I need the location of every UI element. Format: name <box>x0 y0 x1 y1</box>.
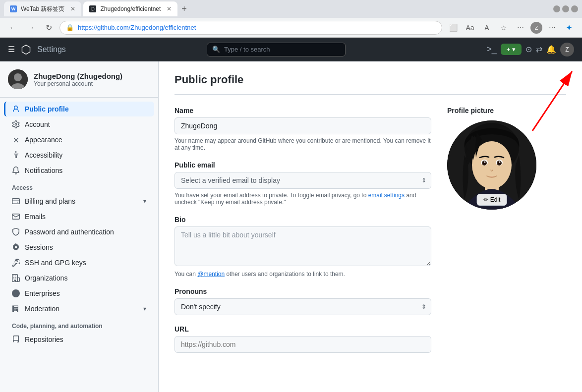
pull-requests-button[interactable]: ⇄ <box>536 45 542 54</box>
sidebar-item-label-accessibility: Accessibility <box>25 151 62 159</box>
pronouns-select[interactable]: Don't specify they/them she/her he/him C… <box>175 298 431 315</box>
tab-1-close[interactable]: ✕ <box>70 5 75 12</box>
browser-tab-2[interactable]: ⬡ Zhugedong/efficientnet ✕ <box>83 1 177 16</box>
moderation-expand-icon: ▾ <box>143 305 146 312</box>
search-placeholder: Type / to search <box>224 46 270 53</box>
github-tab-icon: ⬡ <box>89 5 96 12</box>
email-select-wrapper: Select a verified email to display ⇕ <box>175 172 431 189</box>
main-layout: ZhugeDong (Zhugedong) Your personal acco… <box>0 61 582 392</box>
name-label: Name <box>175 107 431 114</box>
sidebar-item-emails[interactable]: Emails <box>4 209 154 224</box>
signal-icon <box>12 243 20 251</box>
url-form-group: URL <box>175 325 431 353</box>
lock-icon: 🔒 <box>66 24 74 31</box>
sidebar-item-public-profile[interactable]: Public profile <box>4 102 154 116</box>
read-mode-button[interactable]: A <box>480 21 494 35</box>
translate-button[interactable]: Aa <box>463 21 477 35</box>
favorites-button[interactable]: ☆ <box>497 21 511 35</box>
search-icon: 🔍 <box>212 46 220 53</box>
maximize-button[interactable] <box>562 5 569 12</box>
new-button[interactable]: + ▾ <box>501 44 522 55</box>
sidebar-item-label-repositories: Repositories <box>25 336 63 343</box>
name-input[interactable] <box>175 117 431 134</box>
refresh-button[interactable]: ↻ <box>42 21 56 35</box>
sidebar-item-label-public-profile: Public profile <box>25 105 69 113</box>
sidebar-item-label-account: Account <box>25 120 50 128</box>
org-icon <box>12 274 20 282</box>
tab-2-close[interactable]: ✕ <box>167 5 172 12</box>
sidebar-item-organizations[interactable]: Organizations <box>4 271 154 285</box>
sidebar-user-avatar <box>8 69 28 89</box>
sidebar-item-billing[interactable]: Billing and plans ▾ <box>4 194 154 209</box>
minimize-button[interactable] <box>553 5 560 12</box>
sidebar-item-password-auth[interactable]: Password and authentication <box>4 224 154 239</box>
email-privacy-note: You have set your email address to priva… <box>175 192 431 206</box>
code-section-label: Code, planning, and automation <box>0 317 158 332</box>
user-avatar-topnav[interactable]: Z <box>560 43 574 56</box>
profile-layout: Name Your name may appear around GitHub … <box>175 107 566 363</box>
sidebar-user-section: ZhugeDong (Zhugedong) Your personal acco… <box>0 69 158 98</box>
person-icon <box>12 105 20 113</box>
extensions-button[interactable]: ⬜ <box>446 21 460 35</box>
bio-mention-prefix: You can <box>175 271 197 278</box>
mention-link[interactable]: @mention <box>197 271 225 278</box>
bio-textarea[interactable] <box>175 226 431 266</box>
email-label: Public email <box>175 161 431 169</box>
email-form-group: Public email Select a verified email to … <box>175 161 431 206</box>
browser-toolbar-right: ⬜ Aa A ☆ ⋯ Z ⋯ ✦ <box>446 21 576 35</box>
browser-tab-1[interactable]: W WeTab 新标签页 ✕ <box>4 1 81 16</box>
forward-button[interactable]: → <box>24 21 38 35</box>
bio-label: Bio <box>175 216 431 224</box>
sidebar-item-repositories[interactable]: Repositories <box>4 332 154 347</box>
sidebar-item-accessibility[interactable]: Accessibility <box>4 148 154 163</box>
sidebar-item-moderation[interactable]: Moderation ▾ <box>4 301 154 316</box>
globe-icon <box>12 289 20 297</box>
close-button[interactable] <box>571 5 578 12</box>
github-search-bar[interactable]: 🔍 Type / to search <box>207 43 346 56</box>
wetab-icon: W <box>10 5 17 12</box>
pronouns-label: Pronouns <box>175 287 431 295</box>
profile-sidebar: Profile picture <box>447 107 566 363</box>
address-bar[interactable]: 🔒 https://github.com/Zhugedong/efficient… <box>59 21 442 35</box>
page-title: Public profile <box>175 73 566 95</box>
profile-form: Name Your name may appear around GitHub … <box>175 107 431 363</box>
sidebar-item-appearance[interactable]: Appearance <box>4 132 154 147</box>
pencil-icon: ✏ <box>483 196 488 203</box>
more-tools-button[interactable]: ⋯ <box>545 21 559 35</box>
back-button[interactable]: ← <box>6 21 20 35</box>
sidebar-item-enterprises[interactable]: Enterprises <box>4 286 154 301</box>
terminal-button[interactable]: >_ <box>486 44 497 55</box>
url-input[interactable] <box>175 336 431 353</box>
svg-point-17 <box>499 162 501 163</box>
github-topnav: ☰ ⬡ Settings 🔍 Type / to search >_ + ▾ ⊙… <box>0 38 582 61</box>
hamburger-menu[interactable]: ☰ <box>8 45 15 54</box>
email-privacy-text: You have set your email address to priva… <box>175 192 368 199</box>
sidebar-item-label-emails: Emails <box>25 213 46 221</box>
accessibility-icon <box>12 151 20 159</box>
sidebar-item-sessions[interactable]: Sessions <box>4 240 154 255</box>
sidebar-item-account[interactable]: Account <box>4 117 154 132</box>
sidebar-item-label-ssh-gpg: SSH and GPG keys <box>25 259 86 267</box>
name-help-text: Your name may appear around GitHub where… <box>175 137 431 151</box>
edit-profile-picture-button[interactable]: ✏ Edit <box>477 194 507 206</box>
sidebar-item-label-sessions: Sessions <box>25 243 53 251</box>
notifications-button[interactable]: 🔔 <box>546 45 556 54</box>
profile-picture-container: ✏ Edit <box>447 120 536 210</box>
sidebar: ZhugeDong (Zhugedong) Your personal acco… <box>0 61 159 392</box>
browser-titlebar: W WeTab 新标签页 ✕ ⬡ Zhugedong/efficientnet … <box>0 0 582 18</box>
pronouns-form-group: Pronouns Don't specify they/them she/her… <box>175 287 431 315</box>
profile-picture-label: Profile picture <box>447 107 566 114</box>
url-display: https://github.com/Zhugedong/efficientne… <box>78 24 196 31</box>
issues-button[interactable]: ⊙ <box>525 45 532 54</box>
sidebar-item-notifications[interactable]: Notifications <box>4 163 154 178</box>
sidebar-item-ssh-gpg[interactable]: SSH and GPG keys <box>4 255 154 270</box>
github-logo: ⬡ <box>21 43 31 56</box>
sidebar-item-label-enterprises: Enterprises <box>25 289 60 297</box>
tools-button[interactable]: ⋯ <box>514 21 527 35</box>
copilot-button[interactable]: ✦ <box>562 21 576 35</box>
topnav-actions: >_ + ▾ ⊙ ⇄ 🔔 Z <box>486 43 574 56</box>
email-settings-link[interactable]: email settings <box>368 192 405 199</box>
profile-avatar-browser[interactable]: Z <box>530 22 542 34</box>
new-tab-button[interactable]: + <box>181 4 187 14</box>
email-select[interactable]: Select a verified email to display <box>175 172 431 189</box>
